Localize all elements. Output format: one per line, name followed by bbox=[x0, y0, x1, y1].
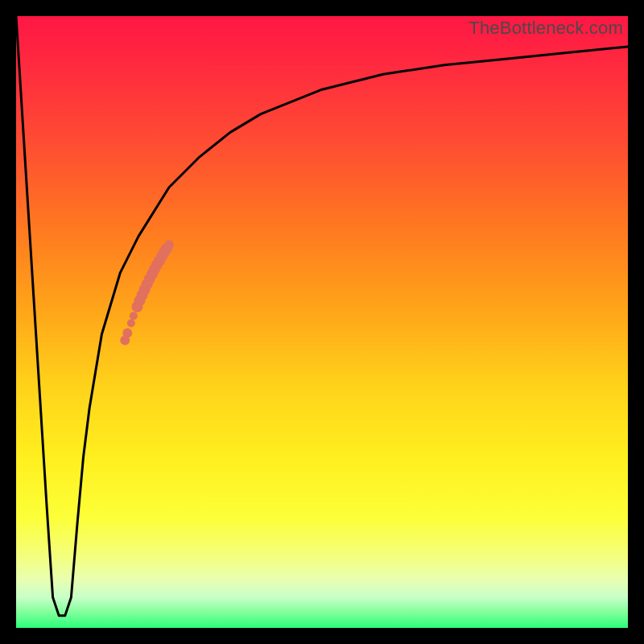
red-dot bbox=[127, 320, 135, 328]
chart-frame: TheBottleneck.com bbox=[0, 0, 644, 644]
red-dot bbox=[164, 240, 174, 250]
plot-area: TheBottleneck.com bbox=[16, 16, 628, 628]
red-dot bbox=[130, 312, 138, 320]
chart-svg bbox=[16, 16, 628, 628]
red-dot bbox=[122, 328, 132, 338]
bottleneck-curve bbox=[16, 16, 628, 616]
